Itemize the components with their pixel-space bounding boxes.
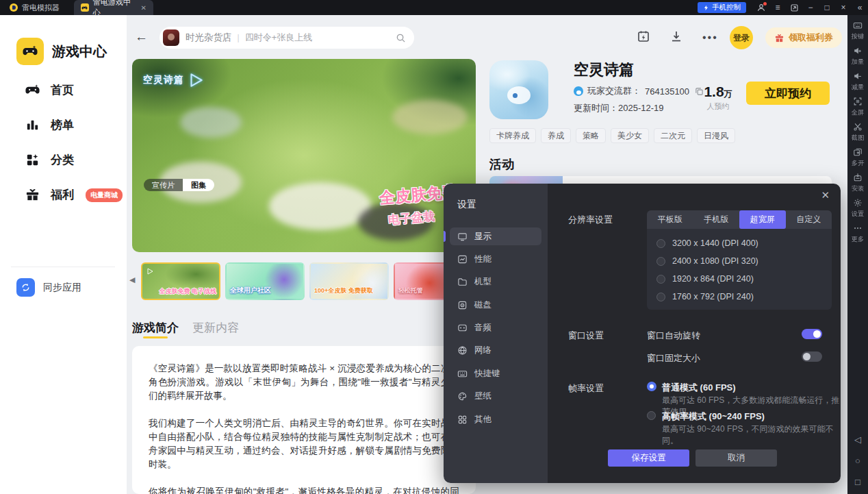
tag[interactable]: 日漫风	[697, 128, 735, 143]
banner-game-logo: 空灵诗篇	[143, 71, 205, 89]
res-option-1760x792[interactable]: 1760 x 792 (DPI 240)	[656, 288, 832, 306]
toolbar-screenshot[interactable]: 截图	[851, 122, 865, 143]
maximize-button[interactable]: □	[819, 0, 835, 15]
toolbar-install-apk[interactable]: 安装	[851, 173, 865, 193]
sidebar-item-home[interactable]: 首页	[25, 82, 123, 98]
game-title: 空灵诗篇	[574, 60, 634, 80]
monitor-icon	[457, 232, 468, 242]
categories-icon	[25, 152, 40, 168]
radio-icon[interactable]	[656, 257, 665, 266]
dialog-close-icon[interactable]: ✕	[821, 189, 830, 201]
nav-back-icon[interactable]: ◁	[854, 434, 861, 445]
game-hero-banner[interactable]: 空灵诗篇 全皮肤免费 电子盆栽	[132, 59, 476, 252]
tag[interactable]: 养成	[541, 128, 571, 143]
res-tab-tablet[interactable]: 平板版	[647, 210, 693, 229]
tab-close-icon[interactable]: ✕	[141, 4, 146, 12]
fps-normal-label[interactable]: 普通模式 (60 FPS)	[662, 382, 736, 394]
res-option-1920x864[interactable]: 1920 x 864 (DPI 240)	[656, 270, 832, 288]
sidebar-item-welfare[interactable]: 福利 电量商城	[25, 187, 123, 203]
resolution-panel: 平板版 手机版 超宽屏 自定义 3200 x 1440 (DPI 400) 24…	[647, 210, 832, 310]
thumbs-prev-icon[interactable]: ◀	[129, 275, 135, 284]
fps-high-radio[interactable]	[647, 411, 656, 420]
tab-update-notes[interactable]: 更新内容	[192, 320, 239, 336]
back-button[interactable]: ←	[135, 29, 148, 45]
settings-menu-performance[interactable]: 性能	[450, 250, 541, 268]
ldplayer-window: 雷电模拟器 雷电游戏中心 ✕ 手机控制 ≡ − □ × « 按键 加量	[0, 0, 868, 494]
user-avatar-icon[interactable]	[753, 0, 769, 15]
restore-window-icon[interactable]	[786, 0, 802, 15]
settings-menu-other[interactable]: 其他	[450, 410, 541, 428]
brand-title: 游戏中心	[52, 42, 107, 61]
res-option-3200x1440[interactable]: 3200 x 1440 (DPI 400)	[656, 234, 832, 252]
res-option-2400x1080[interactable]: 2400 x 1080 (DPI 320)	[656, 252, 832, 270]
thumbnail-1[interactable]: 全皮肤免费 电子战线	[141, 262, 220, 300]
sidebar-item-sync-apps[interactable]: 同步应用	[16, 278, 81, 297]
auto-rotate-toggle[interactable]	[802, 329, 822, 339]
toolbar-more[interactable]: 更多	[851, 223, 865, 244]
sidebar-item-categories[interactable]: 分类	[25, 152, 123, 168]
settings-dialog: 设置 显示 性能 机型 磁盘 音频 网络 快捷键 壁纸 其他 ✕ 分辨率设置 平…	[444, 184, 841, 483]
thumbnail-3[interactable]: 100+全皮肤 免费获取	[309, 262, 389, 300]
fps-high-label[interactable]: 高帧率模式 (90~240 FPS)	[662, 410, 765, 423]
toolbar-volume-up[interactable]: 加量	[851, 46, 865, 66]
grid-icon	[457, 415, 468, 425]
fixed-size-label: 窗口固定大小	[647, 352, 700, 365]
tag[interactable]: 策略	[576, 128, 606, 143]
save-settings-button[interactable]: 保存设置	[608, 449, 689, 467]
volume-up-icon	[853, 46, 863, 55]
settings-menu-wallpaper[interactable]: 壁纸	[450, 388, 541, 406]
settings-menu-disk[interactable]: 磁盘	[450, 296, 541, 314]
fps-normal-radio[interactable]	[647, 382, 656, 391]
tag[interactable]: 美少女	[611, 128, 649, 143]
radio-icon[interactable]	[656, 293, 665, 301]
minimize-button[interactable]: −	[802, 0, 819, 15]
settings-menu-audio[interactable]: 音频	[450, 319, 541, 337]
calendar-icon[interactable]	[637, 29, 650, 43]
collapse-toolbar-icon[interactable]: «	[852, 0, 868, 15]
reservation-count: 1.8万 人预约	[697, 84, 739, 112]
claim-coupon-button[interactable]: 领取福利券	[765, 27, 842, 48]
radio-icon[interactable]	[656, 275, 665, 284]
res-tab-custom[interactable]: 自定义	[786, 210, 832, 229]
toolbar-multi-instance[interactable]: 多开	[851, 147, 865, 168]
tab-game-intro[interactable]: 游戏简介	[132, 320, 179, 336]
toolbar-settings[interactable]: 设置	[851, 198, 865, 219]
close-button[interactable]: ×	[835, 0, 852, 15]
trailer-button[interactable]: 宣传片	[144, 179, 183, 191]
res-tab-ultrawide[interactable]: 超宽屏	[739, 210, 786, 229]
settings-menu-device-model[interactable]: 机型	[450, 273, 541, 291]
more-dots-icon	[853, 223, 863, 233]
settings-menu-hotkeys[interactable]: 快捷键	[450, 365, 541, 382]
settings-menu-network[interactable]: 网络	[450, 342, 541, 360]
login-button[interactable]: 登录	[730, 26, 753, 49]
phone-control-button[interactable]: 手机控制	[698, 2, 746, 13]
settings-content: ✕ 分辨率设置 平板版 手机版 超宽屏 自定义 3200 x 1440 (DPI…	[548, 184, 841, 483]
nav-recents-icon[interactable]: □	[855, 477, 860, 487]
res-tab-phone[interactable]: 手机版	[693, 210, 740, 229]
gallery-button[interactable]: 图集	[183, 179, 214, 191]
download-manager-icon[interactable]	[669, 29, 683, 43]
nav-home-icon[interactable]: ○	[855, 456, 860, 466]
search-bar[interactable]: 时光杂货店 | 四时令+张良上线	[159, 27, 414, 49]
main-menu-icon[interactable]: ≡	[769, 0, 786, 15]
settings-menu-display[interactable]: 显示	[450, 227, 541, 245]
tab-emulator[interactable]: 雷电模拟器	[3, 0, 66, 15]
search-icon[interactable]	[396, 33, 406, 43]
tab-gamecenter[interactable]: 雷电游戏中心 ✕	[74, 0, 153, 15]
thumbnail-2[interactable]: 全球用户社区	[225, 262, 305, 300]
toolbar-keymapping[interactable]: 按键	[851, 21, 865, 41]
reserve-now-button[interactable]: 立即预约	[746, 82, 830, 105]
sync-icon	[16, 278, 35, 297]
header-more-icon[interactable]: •••	[702, 32, 718, 44]
tag[interactable]: 卡牌养成	[489, 128, 536, 143]
fixed-size-toggle[interactable]	[802, 351, 822, 362]
radio-icon[interactable]	[656, 239, 665, 248]
active-tab-underline	[143, 336, 168, 338]
hotkey-icon	[457, 369, 468, 379]
toolbar-fullscreen[interactable]: 全屏	[851, 97, 865, 117]
tag[interactable]: 二次元	[654, 128, 692, 143]
volume-down-icon	[853, 71, 863, 81]
toolbar-volume-down[interactable]: 减量	[851, 71, 865, 92]
cancel-button[interactable]: 取消	[695, 449, 777, 467]
sidebar-item-rankings[interactable]: 榜单	[25, 117, 123, 133]
